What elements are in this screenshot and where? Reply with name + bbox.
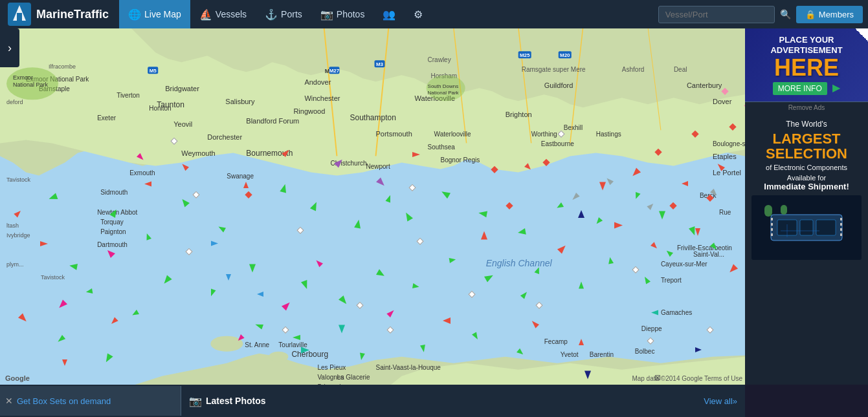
sidebar-toggle[interactable]: › [0, 28, 19, 67]
svg-text:Les Pieux: Les Pieux [317, 364, 346, 371]
vessel-marker[interactable] [257, 292, 263, 297]
svg-text:Saint-Vaast-la-Houque: Saint-Vaast-la-Houque [376, 364, 441, 371]
svg-text:Andover: Andover [304, 78, 331, 86]
vessel-marker[interactable] [695, 347, 702, 352]
svg-text:Fecamp: Fecamp [544, 338, 568, 345]
svg-text:Dorchester: Dorchester [207, 133, 242, 141]
svg-rect-115 [771, 223, 773, 226]
lock-icon: 🔒 [805, 10, 816, 19]
svg-text:National Park: National Park [13, 81, 49, 88]
gear-icon: ⚙ [414, 8, 423, 21]
svg-text:Tavistock: Tavistock [41, 274, 65, 281]
svg-text:Deal: Deal [674, 66, 687, 73]
ad-more-info-button[interactable]: MORE INFO [773, 82, 827, 95]
nav-community[interactable]: 👥 [373, 0, 405, 28]
vessel-marker[interactable] [614, 222, 623, 229]
ad-here-text: HERE [751, 56, 862, 80]
svg-text:plym...: plym... [6, 261, 24, 268]
vessel-marker[interactable] [695, 228, 700, 236]
vessel-marker[interactable] [579, 281, 584, 288]
globe-icon: 🌐 [128, 8, 141, 21]
logo-text: MarineTraffic [36, 8, 109, 21]
svg-text:Ilfracombe: Ilfracombe [49, 63, 76, 70]
nav-live-map[interactable]: 🌐 Live Map [119, 0, 190, 28]
vessel-marker[interactable] [659, 211, 665, 219]
svg-text:Yvetot: Yvetot [561, 351, 579, 358]
nav-photos[interactable]: 📷 Photos [311, 0, 374, 28]
search-icon[interactable]: 🔍 [780, 9, 791, 19]
anchor-icon: ⚓ [265, 8, 278, 21]
map-zoom-icon[interactable]: ⊠ [654, 373, 661, 382]
svg-rect-120 [840, 228, 842, 231]
ad-bottom-available: Available for [751, 174, 862, 182]
vessel-marker[interactable] [211, 241, 218, 246]
view-all-button[interactable]: View all» [704, 396, 737, 406]
vessel-marker[interactable] [144, 182, 151, 187]
vessel-marker[interactable] [578, 210, 584, 218]
vessel-marker[interactable] [412, 152, 420, 157]
vessel-marker[interactable] [339, 325, 345, 333]
nav-vessels[interactable]: ⛵ Vessels [190, 0, 256, 28]
vessel-marker[interactable] [682, 181, 688, 186]
vessel-marker[interactable] [599, 182, 606, 191]
vessel-marker[interactable] [293, 335, 300, 340]
ad-title: PLACE YOUR ADVERTISEMENT [751, 35, 862, 55]
latest-photos-bar: 📷 Latest Photos View all» [181, 395, 745, 407]
svg-text:Dieppe: Dieppe [641, 325, 662, 332]
svg-text:Ringwood: Ringwood [293, 107, 325, 115]
remove-ads-link[interactable]: Remove Ads [745, 102, 868, 113]
svg-text:Paignton: Paignton [100, 228, 126, 235]
svg-rect-125 [781, 205, 787, 215]
svg-text:Weymouth: Weymouth [181, 149, 215, 157]
vessel-marker[interactable] [478, 209, 488, 217]
nav-settings[interactable]: ⚙ [405, 0, 432, 28]
search-input[interactable] [658, 6, 775, 23]
bottom-ad-text[interactable]: Get Box Sets on demand [17, 396, 111, 406]
svg-text:M5: M5 [150, 68, 157, 74]
ad-top-banner[interactable]: PLACE YOUR ADVERTISEMENT HERE MORE INFO … [745, 28, 868, 102]
vessel-marker[interactable] [249, 264, 256, 273]
svg-text:Tiverton: Tiverton [117, 92, 140, 99]
bottom-ad-close[interactable]: ✕ [5, 396, 13, 406]
members-button[interactable]: 🔒 Members [796, 6, 863, 23]
vessel-marker[interactable] [420, 345, 427, 352]
svg-text:Sidmouth: Sidmouth [100, 189, 128, 196]
vessel-marker[interactable] [443, 317, 451, 324]
svg-rect-116 [771, 228, 773, 231]
svg-text:Boulogne-sur-Mer: Boulogne-sur-Mer [713, 140, 745, 147]
vessel-marker[interactable] [584, 371, 591, 380]
vessel-marker[interactable] [481, 231, 487, 239]
svg-text:Waterlooville: Waterlooville [434, 131, 471, 138]
nav-ports[interactable]: ⚓ Ports [256, 0, 311, 28]
svg-text:ltash: ltash [6, 222, 19, 229]
svg-text:Le Portel: Le Portel [713, 169, 741, 176]
svg-text:St. Anne: St. Anne [245, 341, 269, 348]
vessel-marker[interactable] [85, 288, 93, 295]
ad-bottom-banner[interactable]: The World's LARGEST SELECTION of Electro… [745, 113, 868, 385]
ad-bottom-selection: SELECTION [751, 147, 862, 161]
svg-text:Worthing: Worthing [531, 131, 557, 138]
vessel-marker[interactable] [62, 359, 67, 366]
main-nav: 🌐 Live Map ⛵ Vessels ⚓ Ports 📷 Photos 👥 … [119, 0, 432, 28]
svg-text:Dartmouth: Dartmouth [97, 241, 128, 248]
vessel-icon: ⛵ [199, 8, 212, 21]
vessel-marker[interactable] [651, 310, 658, 315]
vessel-marker[interactable] [226, 274, 231, 281]
svg-rect-112 [800, 220, 813, 235]
vessel-marker[interactable] [301, 347, 309, 353]
ad-bottom-of: of Electronic Components [751, 164, 862, 171]
svg-text:Exeter: Exeter [97, 114, 117, 122]
svg-text:Saint-Val...: Saint-Val... [693, 251, 724, 258]
svg-text:M27: M27 [329, 68, 340, 74]
vessel-marker[interactable] [579, 339, 584, 345]
vessel-marker[interactable] [243, 182, 249, 188]
vessel-marker[interactable] [607, 257, 614, 264]
vessel-marker[interactable] [40, 241, 48, 246]
logo-icon [8, 3, 31, 26]
svg-text:Canterbury: Canterbury [687, 81, 722, 89]
map-area[interactable]: Southampton Portsmouth Brighton Andover … [0, 28, 745, 385]
svg-rect-117 [771, 233, 773, 236]
vessel-marker[interactable] [69, 262, 78, 270]
vessel-marker[interactable] [412, 283, 419, 290]
vessel-marker[interactable] [517, 228, 526, 236]
